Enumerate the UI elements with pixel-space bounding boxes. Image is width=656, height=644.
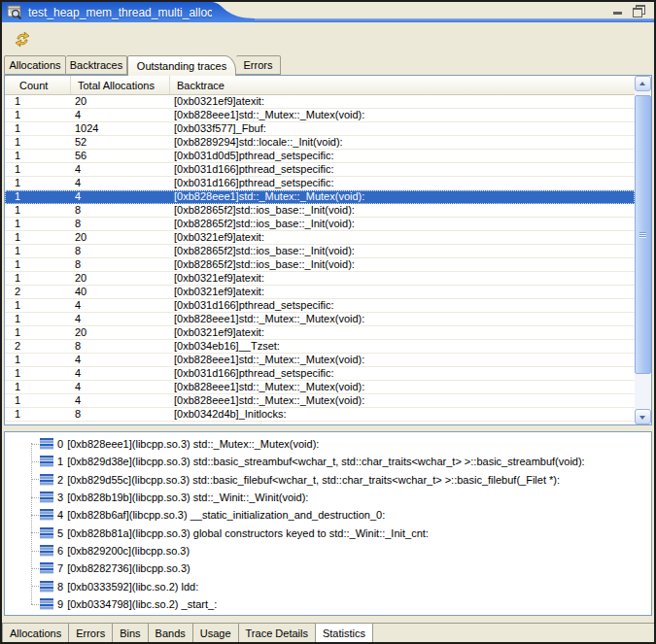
scrollbar-thumb[interactable]: [635, 95, 651, 374]
bottom-tab-bands[interactable]: Bands: [149, 624, 193, 642]
table-row[interactable]: 2 8 [0xb034eb16]__Tzset:: [5, 340, 635, 354]
bottom-tab-usage[interactable]: Usage: [193, 624, 239, 642]
backtrace-tree-item[interactable]: 5 [0xb828b81a](libcpp.so.3) global const…: [5, 525, 651, 542]
table-row[interactable]: 1 56 [0xb031d0d5]pthread_setspecific:: [5, 150, 635, 163]
bottom-tab-label: Bands: [155, 627, 186, 639]
table-row[interactable]: 1 4 [0xb828eee1]std::_Mutex::_Mutex(void…: [5, 313, 635, 326]
table-row[interactable]: 1 8 [0xb82865f2]std::ios_base::_Init(voi…: [5, 204, 635, 218]
table-row[interactable]: 1 52 [0xb8289294]std::locale::_Init(void…: [5, 136, 635, 150]
tab-outstanding-traces[interactable]: Outstanding traces: [127, 55, 236, 76]
column-header-backtrace[interactable]: Backtrace: [170, 76, 635, 94]
backtrace-tree-item[interactable]: 9 [0xb0334798](libc.so.2) _start_:: [5, 595, 651, 613]
tab-backtraces[interactable]: Backtraces: [66, 55, 127, 75]
cell-count: 1: [5, 381, 71, 393]
table-row[interactable]: 1 4 [0xb828eee1]std::_Mutex::_Mutex(void…: [5, 394, 635, 408]
bottom-tab-bins[interactable]: Bins: [113, 624, 148, 642]
view-tab[interactable]: test_heap_mem_thread_multi_alloc ✕: [2, 2, 212, 22]
cell-count: 2: [5, 286, 71, 298]
table-row[interactable]: 2 40 [0xb0321ef9]atexit:: [5, 286, 635, 299]
table-row[interactable]: 1 8 [0xb82865f2]std::ios_base::_Init(voi…: [5, 258, 635, 272]
frame-text: [0xb829d55c](libcpp.so.3) std::basic_fil…: [67, 474, 560, 486]
table-row[interactable]: 1 20 [0xb0321ef9]atexit:: [5, 95, 635, 109]
tab-errors[interactable]: Errors: [236, 55, 281, 75]
backtrace-tree-item[interactable]: 7 [0xb8282736](libcpp.so.3): [5, 559, 651, 577]
bottom-tab-label: Usage: [200, 627, 231, 639]
backtrace-tree-item[interactable]: 6 [0xb829200c](libcpp.so.3): [5, 542, 651, 559]
cell-count: 1: [5, 150, 71, 162]
stack-frames-icon: [40, 527, 53, 539]
frame-text: [0xb828b6af](libcpp.so.3) __static_initi…: [67, 509, 385, 521]
cell-backtrace: [0xb82865f2]std::ios_base::_Init(void):: [170, 204, 635, 217]
bottom-tab-statistics[interactable]: Statistics: [316, 624, 373, 642]
column-label: Total Allocations: [78, 80, 155, 91]
backtrace-tree-item[interactable]: 2 [0xb829d55c](libcpp.so.3) std::basic_f…: [5, 471, 651, 489]
cell-total-allocations: 40: [71, 286, 170, 298]
table-row[interactable]: 1 4 [0xb031d166]pthread_setspecific:: [5, 299, 635, 313]
vertical-scrollbar[interactable]: [635, 76, 651, 424]
tree-stub-line: [31, 551, 39, 552]
cell-count: 1: [5, 177, 71, 189]
cell-count: 1: [5, 394, 71, 407]
cell-backtrace: [0xb031d166]pthread_setspecific:: [170, 177, 635, 189]
scroll-down-icon[interactable]: [635, 409, 651, 424]
table-row[interactable]: 1 4 [0xb031d166]pthread_setspecific:: [5, 177, 635, 190]
table-row[interactable]: 1 4 [0xb828eee1]std::_Mutex::_Mutex(void…: [5, 109, 635, 122]
stack-frames-icon: [40, 438, 53, 450]
cell-count: 1: [5, 95, 71, 108]
bottom-tab-errors[interactable]: Errors: [69, 624, 113, 642]
table-row[interactable]: 1 8 [0xb0342d4b]_Initlocks:: [5, 408, 635, 422]
cell-backtrace: [0xb031d166]pthread_setspecific:: [170, 163, 635, 176]
bottom-tab-trace-details[interactable]: Trace Details: [239, 624, 316, 642]
table-row[interactable]: 1 4 [0xb031d166]pthread_setspecific:: [5, 163, 635, 177]
table-row[interactable]: 1 20 [0xb0321ef9]atexit:: [5, 231, 635, 245]
cell-total-allocations: 4: [71, 163, 170, 176]
cell-count: 1: [5, 163, 71, 176]
cell-count: 1: [5, 326, 71, 339]
cell-backtrace: [0xb0321ef9]atexit:: [170, 95, 635, 108]
stack-frames-icon: [40, 581, 53, 593]
backtrace-tree-item[interactable]: 4 [0xb828b6af](libcpp.so.3) __static_ini…: [5, 506, 651, 524]
cell-total-allocations: 4: [71, 190, 170, 203]
table-row[interactable]: 1 1024 [0xb033f577]_Fbuf:: [5, 122, 635, 136]
frame-number: 3: [57, 491, 63, 503]
cell-backtrace: [0xb828eee1]std::_Mutex::_Mutex(void):: [170, 354, 635, 366]
cell-backtrace: [0xb0321ef9]atexit:: [170, 272, 635, 285]
backtrace-tree-item[interactable]: 0 [0xb828eee1](libcpp.so.3) std::_Mutex:…: [5, 435, 651, 453]
table-row[interactable]: 1 4 [0xb828eee1]std::_Mutex::_Mutex(void…: [5, 190, 635, 204]
cell-backtrace: [0xb0321ef9]atexit:: [170, 231, 635, 244]
cell-total-allocations: 4: [71, 354, 170, 366]
table-row[interactable]: 1 4 [0xb828eee1]std::_Mutex::_Mutex(void…: [5, 354, 635, 367]
stack-frames-icon: [40, 456, 53, 467]
backtrace-detail-panel: 0 [0xb828eee1](libcpp.so.3) std::_Mutex:…: [4, 431, 652, 616]
table-row[interactable]: 1 20 [0xb0321ef9]atexit:: [5, 326, 635, 340]
backtrace-tree-item[interactable]: 1 [0xb829d38e](libcpp.so.3) std::basic_s…: [5, 453, 651, 470]
stack-frames-icon: [40, 509, 53, 521]
bottom-tab-label: Bins: [120, 627, 140, 639]
table-row[interactable]: 1 4 [0xb031d166]pthread_setspecific:: [5, 367, 635, 381]
scroll-up-icon[interactable]: [635, 76, 651, 91]
column-header-count[interactable]: Count: [5, 76, 71, 94]
tree-stub-line: [31, 604, 39, 605]
minimize-icon[interactable]: [612, 5, 625, 16]
frame-number: 2: [57, 474, 63, 486]
cell-total-allocations: 8: [71, 408, 170, 421]
table-body: 1 20 [0xb0321ef9]atexit: 1 4 [0xb828eee1…: [5, 95, 635, 424]
backtrace-tree-item[interactable]: 3 [0xb828b19b](libcpp.so.3) std::_Winit:…: [5, 489, 651, 506]
table-row[interactable]: 1 8 [0xb82865f2]std::ios_base::_Init(voi…: [5, 245, 635, 258]
frame-text: [0xb0334798](libc.so.2) _start_:: [67, 598, 217, 610]
table-row[interactable]: 1 4 [0xb828eee1]std::_Mutex::_Mutex(void…: [5, 381, 635, 394]
backtrace-tree-item[interactable]: 8 [0xb0333592](libc.so.2) ldd:: [5, 578, 651, 595]
tree-stub-line: [31, 515, 39, 516]
bottom-tab-allocations[interactable]: Allocations: [2, 624, 69, 642]
column-header-total[interactable]: Total Allocations: [71, 76, 170, 94]
tree-stub-line: [31, 444, 39, 445]
cell-count: 2: [5, 340, 71, 353]
cell-total-allocations: 56: [71, 150, 170, 162]
table-row[interactable]: 1 20 [0xb0321ef9]atexit:: [5, 272, 635, 286]
table-row[interactable]: 1 8 [0xb82865f2]std::ios_base::_Init(voi…: [5, 218, 635, 231]
frame-text: [0xb829d38e](libcpp.so.3) std::basic_str…: [67, 456, 585, 467]
tab-allocations[interactable]: Allocations: [4, 55, 66, 75]
stack-frames-icon: [40, 491, 53, 503]
refresh-icon[interactable]: [14, 30, 35, 50]
restore-icon[interactable]: [632, 5, 644, 16]
